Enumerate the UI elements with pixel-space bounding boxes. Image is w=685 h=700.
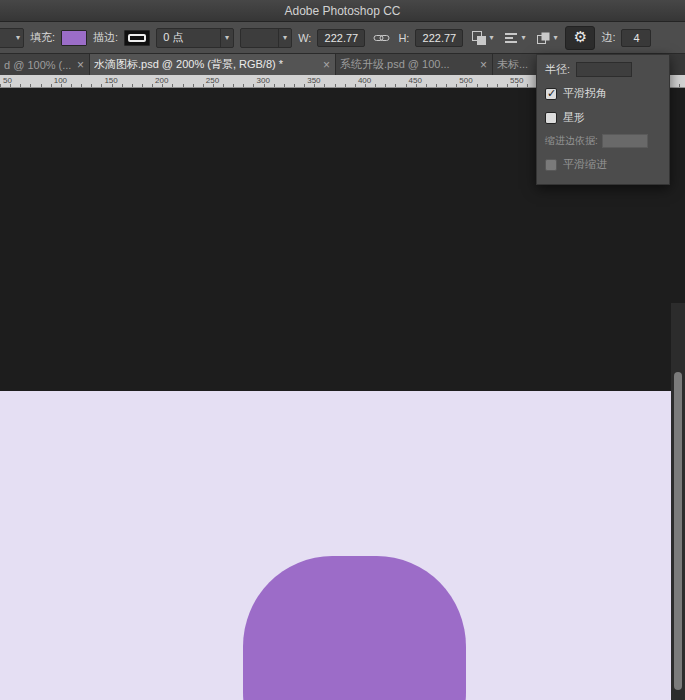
sides-input[interactable]	[621, 29, 651, 47]
checkbox-smooth-corners[interactable]	[545, 88, 557, 100]
chevron-down-icon[interactable]: ▾	[278, 29, 291, 47]
ruler-tick-label: 450	[409, 76, 422, 85]
ruler-tick-label: 300	[257, 76, 270, 85]
arrange-button[interactable]: ▾	[533, 28, 559, 48]
smooth-corners-row[interactable]: 平滑拐角	[545, 86, 661, 101]
tool-options-bar: ▾ 填充: 描边: 0 点 ▾ ▾ W: H:	[0, 22, 685, 54]
checkbox-star[interactable]	[545, 112, 557, 124]
ruler-tick-label: 550	[510, 76, 523, 85]
radius-input[interactable]	[576, 62, 632, 77]
ruler-tick-label: 150	[104, 76, 117, 85]
canvas[interactable]	[0, 391, 671, 700]
radius-label: 半径:	[545, 62, 570, 77]
stroke-preview-icon	[128, 34, 146, 42]
width-input[interactable]	[317, 29, 365, 47]
align-edges-button[interactable]: ▾	[501, 28, 527, 48]
tab-close-icon[interactable]: ×	[323, 59, 330, 71]
align-icon	[503, 30, 519, 46]
ruler-tick-label: 500	[459, 76, 472, 85]
smooth-indent-row: 平滑缩进	[545, 157, 661, 172]
stroke-style-select[interactable]: ▾	[240, 28, 292, 48]
gear-icon: ⚙	[574, 30, 587, 45]
ruler-tick-label: 250	[206, 76, 219, 85]
ruler-tick-label: 350	[307, 76, 320, 85]
document-tab[interactable]: 水滴图标.psd @ 200% (背景, RGB/8) *×	[90, 54, 336, 75]
document-tab[interactable]: d @ 100% (...×	[0, 54, 90, 75]
link-dimensions-button[interactable]	[371, 28, 392, 48]
star-label: 星形	[563, 110, 585, 125]
chevron-down-icon[interactable]: ▾	[220, 29, 233, 47]
chevron-down-icon: ▾	[553, 34, 557, 42]
ruler-tick-label: 50	[3, 76, 12, 85]
tab-close-icon[interactable]: ×	[480, 59, 487, 71]
star-row[interactable]: 星形	[545, 110, 661, 125]
arrange-icon	[535, 30, 551, 46]
vertical-scrollbar[interactable]	[671, 303, 685, 700]
ruler-tick-label: 100	[54, 76, 67, 85]
photoshop-window: Adobe Photoshop CC ▾ 填充: 描边: 0 点 ▾ ▾ W: …	[0, 0, 685, 700]
fill-label: 填充:	[30, 30, 55, 45]
tab-label: 水滴图标.psd @ 200% (背景, RGB/8) *	[94, 57, 318, 72]
document-tab[interactable]: 系统升级.psd @ 100...×	[336, 54, 493, 75]
tab-close-icon[interactable]: ×	[77, 59, 84, 71]
width-label: W:	[298, 32, 311, 44]
stroke-label: 描边:	[93, 30, 118, 45]
polygon-options-popup: 半径: 平滑拐角 星形 缩进边依据: 平滑缩进	[536, 54, 670, 185]
radius-row: 半径:	[545, 62, 661, 77]
height-label: H:	[398, 32, 409, 44]
smooth-indent-label: 平滑缩进	[563, 157, 607, 172]
ruler-tick-label: 400	[358, 76, 371, 85]
stroke-width-select[interactable]: 0 点 ▾	[156, 28, 234, 48]
sides-label: 边:	[601, 30, 615, 45]
tab-label: 系统升级.psd @ 100...	[340, 57, 475, 72]
scrollbar-thumb[interactable]	[674, 372, 682, 690]
document-tab[interactable]: 未标...	[493, 54, 539, 75]
stroke-color-swatch[interactable]	[124, 30, 150, 46]
chevron-down-icon: ▾	[16, 34, 20, 42]
shape-settings-gear-button[interactable]: ⚙	[565, 26, 595, 50]
indent-input	[602, 134, 648, 148]
checkbox-smooth-indent	[545, 159, 557, 171]
chain-link-icon	[373, 30, 390, 46]
ruler-tick-label: 200	[155, 76, 168, 85]
chevron-down-icon: ▾	[521, 34, 525, 42]
tab-label: 未标...	[497, 57, 534, 72]
window-title: Adobe Photoshop CC	[284, 4, 400, 18]
indent-label: 缩进边依据:	[545, 134, 598, 148]
fill-color-swatch[interactable]	[61, 30, 87, 46]
path-operations-icon	[471, 30, 487, 46]
chevron-down-icon: ▾	[489, 34, 493, 42]
stroke-width-value: 0 点	[157, 30, 220, 45]
path-operations-button[interactable]: ▾	[469, 28, 495, 48]
smooth-corners-label: 平滑拐角	[563, 86, 607, 101]
window-title-bar[interactable]: Adobe Photoshop CC	[0, 0, 685, 22]
indent-row: 缩进边依据:	[545, 134, 661, 148]
polygon-shape[interactable]	[243, 556, 466, 700]
tool-preset-dropdown[interactable]: ▾	[0, 28, 24, 48]
height-input[interactable]	[415, 29, 463, 47]
tab-label: d @ 100% (...	[4, 59, 72, 71]
